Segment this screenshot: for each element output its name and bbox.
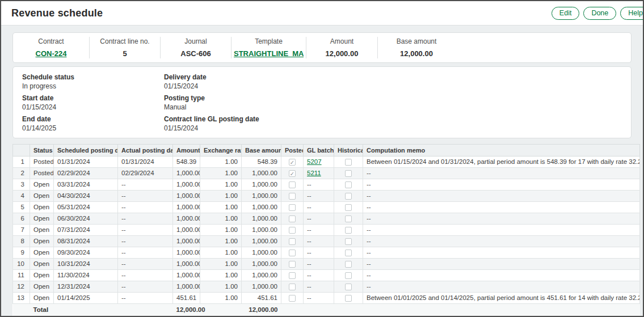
cell-memo: -- — [363, 235, 640, 247]
cell-base: 451.61 — [242, 292, 281, 303]
base-amount-value: 12,000.00 — [380, 49, 453, 58]
posted-checkbox[interactable] — [289, 284, 296, 290]
total-amount: 12,000.00 — [173, 303, 200, 316]
table-row: 11Open11/30/2024--1,000.001.001,000.00--… — [13, 269, 640, 281]
posted-checkbox[interactable] — [289, 204, 296, 211]
cell-historical — [334, 292, 363, 303]
historical-checkbox[interactable] — [345, 238, 352, 245]
gl-batch-link[interactable]: 5207 — [307, 158, 322, 165]
historical-checkbox[interactable] — [345, 272, 352, 279]
cell-rate: 1.00 — [200, 201, 242, 213]
cell-gl_batch: -- — [304, 247, 334, 258]
cell-base: 1,000.00 — [242, 167, 281, 179]
cell-amount: 548.39 — [173, 157, 200, 168]
cell-memo: -- — [363, 281, 640, 292]
cell-memo: -- — [363, 190, 640, 201]
summary-field-amount: Amount 12,000.00 — [306, 37, 378, 58]
posted-checkbox[interactable] — [289, 193, 296, 200]
cell-status: Open — [30, 235, 54, 247]
cell-posted — [281, 247, 304, 258]
end-date-value: 01/14/2025 — [22, 125, 164, 132]
cell-historical — [334, 247, 363, 258]
cell-posted — [281, 269, 304, 281]
posted-checkbox[interactable] — [289, 250, 296, 256]
historical-checkbox[interactable] — [345, 261, 352, 268]
table-row: 1Posted01/31/202401/31/2024548.391.00548… — [13, 157, 640, 168]
cell-num: 5 — [13, 201, 30, 213]
posted-checkbox[interactable] — [289, 238, 296, 245]
cell-gl_batch: -- — [304, 179, 334, 190]
posted-checkbox[interactable] — [289, 295, 296, 302]
cell-base: 1,000.00 — [242, 258, 281, 269]
historical-checkbox[interactable] — [345, 215, 352, 222]
template-link[interactable]: STRAIGHTLINE_MANUA — [234, 49, 304, 58]
cell-scheduled: 10/31/2024 — [54, 258, 118, 269]
posted-checkbox[interactable]: ✓ — [289, 170, 296, 177]
cell-actual: 01/31/2024 — [118, 157, 173, 168]
posted-checkbox[interactable] — [289, 227, 296, 234]
cell-memo: -- — [363, 224, 640, 235]
cell-actual: -- — [118, 281, 173, 292]
cell-rate: 1.00 — [200, 292, 242, 303]
cell-scheduled: 11/30/2024 — [54, 269, 118, 281]
cell-actual: -- — [118, 213, 173, 224]
historical-checkbox[interactable] — [345, 227, 352, 234]
cell-memo: -- — [363, 247, 640, 258]
table-row: 8Open08/31/2024--1,000.001.001,000.00---… — [13, 235, 640, 247]
col-amount: Amount — [173, 145, 200, 157]
historical-checkbox[interactable] — [345, 204, 352, 211]
historical-checkbox[interactable] — [345, 284, 352, 290]
cell-actual: -- — [118, 190, 173, 201]
cell-historical — [334, 224, 363, 235]
cell-posted — [281, 213, 304, 224]
cell-memo: -- — [363, 213, 640, 224]
posted-checkbox[interactable]: ✓ — [289, 159, 296, 166]
total-label: Total — [30, 303, 54, 316]
table-row: 6Open06/30/2024--1,000.001.001,000.00---… — [13, 213, 640, 224]
posted-checkbox[interactable] — [289, 261, 296, 268]
cell-status: Open — [30, 258, 54, 269]
schedule-table-panel: Status Scheduled posting date Actual pos… — [12, 144, 640, 317]
historical-checkbox[interactable] — [345, 250, 352, 256]
cell-amount: 1,000.00 — [173, 190, 200, 201]
contract-line-value: 5 — [92, 49, 158, 58]
field-schedule-status: Schedule status In progress — [22, 74, 164, 90]
done-button[interactable]: Done — [583, 7, 616, 20]
cell-rate: 1.00 — [200, 179, 242, 190]
cell-base: 1,000.00 — [242, 224, 281, 235]
historical-checkbox[interactable] — [345, 295, 352, 302]
cell-actual: 02/29/2024 — [118, 167, 173, 179]
delivery-date-value: 01/15/2024 — [164, 83, 622, 90]
cell-scheduled: 05/31/2024 — [54, 201, 118, 213]
cell-gl_batch: -- — [304, 190, 334, 201]
page-title: Revenue schedule — [11, 7, 103, 19]
cell-status: Open — [30, 213, 54, 224]
cell-memo: -- — [363, 179, 640, 190]
cell-posted — [281, 179, 304, 190]
posted-checkbox[interactable] — [289, 181, 296, 188]
schedule-status-value: In progress — [22, 83, 164, 90]
gl-batch-link[interactable]: 5211 — [307, 170, 321, 176]
field-start-date: Start date 01/15/2024 — [22, 95, 164, 111]
historical-checkbox[interactable] — [345, 170, 352, 177]
title-bar: Revenue schedule Edit Done Help — [1, 1, 643, 26]
historical-checkbox[interactable] — [345, 193, 352, 200]
help-button[interactable]: Help — [620, 7, 644, 20]
cell-num: 7 — [13, 224, 30, 235]
edit-button[interactable]: Edit — [552, 7, 580, 20]
cell-historical — [334, 269, 363, 281]
historical-checkbox[interactable] — [345, 181, 352, 188]
details-right-column: Delivery date 01/15/2024 Posting type Ma… — [164, 74, 622, 137]
cell-gl_batch: -- — [304, 224, 334, 235]
historical-checkbox[interactable] — [345, 159, 352, 166]
cell-rate: 1.00 — [200, 213, 242, 224]
posted-checkbox[interactable] — [289, 272, 296, 279]
cell-base: 1,000.00 — [242, 190, 281, 201]
cell-actual: -- — [118, 258, 173, 269]
cell-amount: 1,000.00 — [173, 213, 200, 224]
cell-amount: 1,000.00 — [173, 281, 200, 292]
table-row: 2Posted02/29/202402/29/20241,000.001.001… — [13, 167, 640, 179]
amount-label: Amount — [309, 37, 375, 45]
contract-link[interactable]: CON-224 — [36, 49, 67, 58]
posted-checkbox[interactable] — [289, 215, 296, 222]
